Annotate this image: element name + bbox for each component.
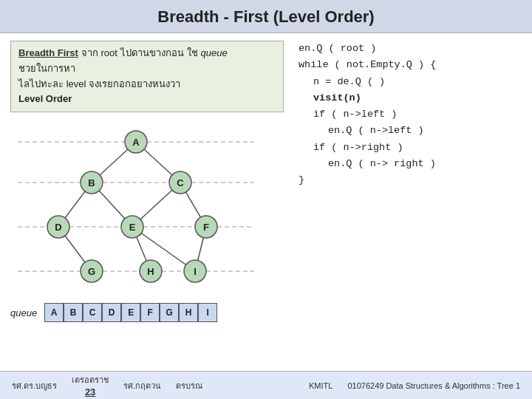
svg-text:I: I xyxy=(194,266,197,277)
footer-kmitl: KMITL xyxy=(309,381,332,390)
tree-area: A B C D E F G H xyxy=(10,120,269,297)
left-panel: Breadth First จาก root ไปดานขางกอน ใช qu… xyxy=(10,41,284,344)
main-content: Breadth First จาก root ไปดานขางกอน ใช qu… xyxy=(0,33,532,344)
footer-page: เตรอตราช 23 xyxy=(72,373,109,398)
queue-cell-d: D xyxy=(102,303,121,322)
desc-line2: ชวยในการหา xyxy=(18,61,276,77)
code-line4: visit(n) xyxy=(299,90,522,106)
svg-text:A: A xyxy=(132,137,140,148)
breadth-first-label: Breadth First xyxy=(18,46,78,61)
svg-text:E: E xyxy=(129,222,136,233)
queue-cell-h: H xyxy=(179,303,198,322)
tree-svg: A B C D E F G H xyxy=(10,120,262,301)
svg-text:C: C xyxy=(177,177,184,188)
queue-cell-a: A xyxy=(44,303,64,322)
code-line3: n = de.Q ( ) xyxy=(299,74,522,90)
page-title: Breadth - First (Level Order) xyxy=(0,0,532,33)
footer-author4: ดรบรณ xyxy=(176,379,202,392)
svg-text:B: B xyxy=(88,177,95,188)
description-box: Breadth First จาก root ไปดานขางกอน ใช qu… xyxy=(10,41,284,112)
queue-cell-c: C xyxy=(83,303,102,322)
queue-label: queue xyxy=(10,307,37,318)
footer-course: 01076249 Data Structures & Algorithms : … xyxy=(347,381,520,390)
desc-line4: Level Order xyxy=(18,92,276,107)
code-line7: if ( n->right ) xyxy=(299,140,522,156)
code-line8: en.Q ( n-> right ) xyxy=(299,156,522,172)
footer-author3: รศ.กฤตวน xyxy=(123,379,161,392)
right-panel: en.Q ( root ) while ( not.Empty.Q ) { n … xyxy=(284,41,522,344)
footer-author2: เตรอตราช xyxy=(72,373,109,386)
svg-text:G: G xyxy=(88,266,95,277)
code-line9: } xyxy=(299,172,522,188)
desc-part1: จาก root ไปดานขางกอน xyxy=(81,46,184,61)
code-line2: while ( not.Empty.Q ) { xyxy=(299,57,522,73)
queue-display: queue A B C D E F G H I xyxy=(10,303,284,322)
footer-page-number: 23 xyxy=(85,386,95,398)
desc-line1: Breadth First จาก root ไปดานขางกอน ใช qu… xyxy=(18,46,276,61)
footer: รศ.ดร.บญธร เตรอตราช 23 รศ.กฤตวน ดรบรณ KM… xyxy=(0,371,532,399)
desc-line3-wrap: ไลไปทะละ level จงเรยกอกอยางหนงวา xyxy=(18,77,276,92)
queue-cell-b: B xyxy=(64,303,83,322)
desc-line3-prefix: ไลไปทะละ xyxy=(18,78,64,89)
queue-cell-f: F xyxy=(140,303,160,322)
code-line6: en.Q ( n->left ) xyxy=(299,123,522,139)
queue-cell-g: G xyxy=(160,303,179,322)
code-block: en.Q ( root ) while ( not.Empty.Q ) { n … xyxy=(299,41,522,188)
queue-cell-e: E xyxy=(121,303,140,322)
desc-use: ใช xyxy=(187,46,198,61)
svg-text:H: H xyxy=(147,266,154,277)
desc-queue: queue xyxy=(201,46,228,61)
desc-line3-suffix: level จงเรยกอกอยางหนงวา xyxy=(66,78,180,89)
code-line1: en.Q ( root ) xyxy=(299,41,522,57)
footer-author1: รศ.ดร.บญธร xyxy=(12,379,57,392)
queue-cells: A B C D E F G H I xyxy=(44,303,217,322)
queue-cell-i: I xyxy=(198,303,217,322)
svg-text:F: F xyxy=(203,222,209,233)
svg-text:D: D xyxy=(55,222,61,233)
code-line5: if ( n->left ) xyxy=(299,106,522,123)
